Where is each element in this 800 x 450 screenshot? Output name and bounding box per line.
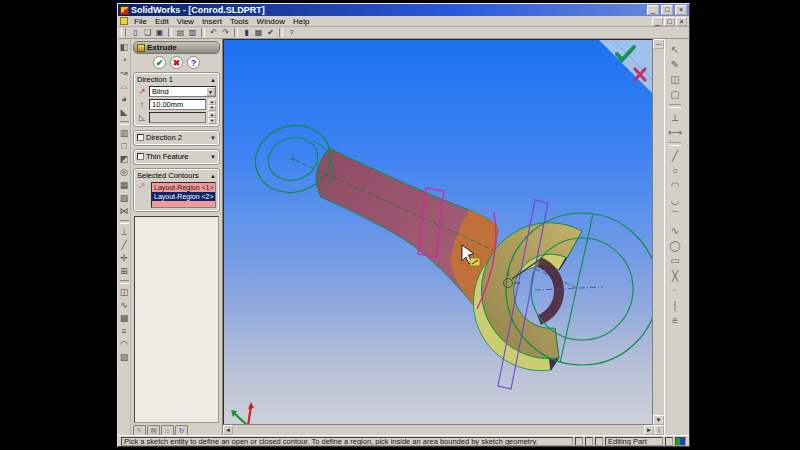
featuremanager-tab[interactable]: ✎ xyxy=(133,425,146,435)
draft-icon[interactable]: ◺ xyxy=(137,113,147,123)
refresh-tab[interactable]: ↻ xyxy=(175,425,188,435)
contour-list-item[interactable]: Layout-Region <2> xyxy=(152,192,215,201)
scroll-split-handle[interactable]: — xyxy=(653,39,664,49)
depth-input[interactable]: 10.00mm xyxy=(149,99,206,110)
boss-extrude-icon[interactable]: ◧ xyxy=(118,41,130,54)
vertical-scrollbar[interactable]: — ▼ xyxy=(653,39,664,425)
draft-icon[interactable]: ◩ xyxy=(118,153,130,166)
modify-sketch-icon[interactable]: ◫ xyxy=(667,72,683,87)
help-button[interactable]: ? xyxy=(187,56,200,69)
rectangle-icon[interactable]: ▭ xyxy=(667,253,683,268)
sketch-icon[interactable]: ✎ xyxy=(667,57,683,72)
plane-tool-icon[interactable]: ⟂ xyxy=(667,110,683,125)
direction1-header[interactable]: Direction 1 ▲ xyxy=(137,75,216,84)
hscroll-track[interactable] xyxy=(233,425,644,435)
select-arrow-icon[interactable]: ↖ xyxy=(667,42,683,57)
collapse-arrow-icon[interactable]: ▲ xyxy=(210,77,216,83)
undo-icon[interactable]: ↶ xyxy=(208,28,219,38)
cancel-button[interactable]: ✖ xyxy=(170,56,183,69)
dimension-icon[interactable]: ⟷ xyxy=(667,125,683,140)
new-icon[interactable]: ▯ xyxy=(130,28,141,38)
coordinate-system-icon[interactable]: ⊞ xyxy=(118,265,130,278)
trim-icon[interactable]: ╳ xyxy=(667,268,683,283)
mirror-feature-icon[interactable]: ⋈ xyxy=(118,205,130,218)
expand-arrow-icon[interactable]: ▼ xyxy=(210,154,216,160)
doc-close-button[interactable]: × xyxy=(676,17,687,26)
doc-minimize-button[interactable]: _ xyxy=(652,17,663,26)
reference-axis-icon[interactable]: ╱ xyxy=(118,239,130,252)
depth-stepper[interactable]: ▲▼ xyxy=(208,99,216,110)
contour-list-item[interactable]: Layout-Region <1> xyxy=(152,183,215,192)
collapse-arrow-icon[interactable]: ▲ xyxy=(210,173,216,179)
threepoint-arc-icon[interactable]: ⌒ xyxy=(667,208,683,223)
minimize-button[interactable]: _ xyxy=(647,5,659,15)
titlebar[interactable]: SolidWorks - [Conrod.SLDPRT] _ □ × xyxy=(118,4,689,16)
menu-edit[interactable]: Edit xyxy=(151,17,173,26)
selected-contours-header[interactable]: Selected Contours ▲ xyxy=(137,171,216,180)
erase-icon[interactable]: ▢ xyxy=(667,87,683,102)
chamfer-icon[interactable]: ◣ xyxy=(118,106,130,119)
hscroll-split-handle[interactable]: ∣ xyxy=(654,425,664,435)
rebuild-icon[interactable]: ✔ xyxy=(265,28,276,38)
redo-icon[interactable]: ↷ xyxy=(220,28,231,38)
thin-feature-checkbox[interactable] xyxy=(137,153,144,160)
spline-icon[interactable]: ∿ xyxy=(667,223,683,238)
measure-icon[interactable]: ≡ xyxy=(118,325,130,338)
direction2-header[interactable]: Direction 2 ▼ xyxy=(137,133,216,142)
print-preview-icon[interactable]: ▥ xyxy=(187,28,198,38)
loft-icon[interactable]: ⌓ xyxy=(118,80,130,93)
direction2-checkbox[interactable] xyxy=(137,134,144,141)
curve-icon[interactable]: ∿ xyxy=(118,299,130,312)
end-condition-dropdown[interactable]: Blind ▼ xyxy=(149,86,216,97)
menu-help[interactable]: Help xyxy=(289,17,313,26)
step-down-icon[interactable]: ▼ xyxy=(208,105,216,111)
scroll-left-icon[interactable]: ◄ xyxy=(223,425,233,435)
select-icon[interactable]: ▮ xyxy=(241,28,252,38)
horizontal-scrollbar[interactable]: ◄ ► ∣ xyxy=(223,425,664,435)
pattern-table-icon[interactable]: ▩ xyxy=(118,312,130,325)
reference-plane-icon[interactable]: ⟂ xyxy=(118,226,130,239)
sweep-icon[interactable]: ↝ xyxy=(118,67,130,80)
document-icon[interactable] xyxy=(120,17,128,25)
hole-wizard-icon[interactable]: ◎ xyxy=(118,166,130,179)
scroll-down-icon[interactable]: ▼ xyxy=(653,415,664,425)
dropdown-arrow-icon[interactable]: ▼ xyxy=(206,87,215,96)
menu-tools[interactable]: Tools xyxy=(226,17,253,26)
rib-icon[interactable]: ▥ xyxy=(118,127,130,140)
menu-window[interactable]: Window xyxy=(253,17,289,26)
grid-icon[interactable]: ▦ xyxy=(253,28,264,38)
mirror-sketch-icon[interactable]: ≡ xyxy=(667,313,683,328)
toolbar-grip[interactable] xyxy=(121,28,126,37)
menu-file[interactable]: File xyxy=(130,17,151,26)
doc-restore-button[interactable]: □ xyxy=(664,17,675,26)
scroll-right-icon[interactable]: ► xyxy=(644,425,654,435)
reverse-direction-icon[interactable]: ↗ xyxy=(137,87,147,97)
fillet-icon[interactable]: ◕ xyxy=(118,93,130,106)
menu-insert[interactable]: Insert xyxy=(198,17,226,26)
arc-icon[interactable]: ◠ xyxy=(667,178,683,193)
ok-button[interactable]: ✔ xyxy=(153,56,166,69)
bigend-inner-circle[interactable] xyxy=(531,238,633,340)
tangent-arc-icon[interactable]: ◡ xyxy=(667,193,683,208)
contour-list[interactable]: Layout-Region <1>Layout-Region <2> xyxy=(151,182,216,208)
revolve-icon[interactable]: ◔ xyxy=(118,54,130,67)
shape-icon[interactable]: ▨ xyxy=(118,351,130,364)
restore-button[interactable]: □ xyxy=(661,5,673,15)
line-icon[interactable]: ╱ xyxy=(667,148,683,163)
section-view-icon[interactable]: ◫ xyxy=(118,286,130,299)
save-icon[interactable]: ▣ xyxy=(154,28,165,38)
propertymanager-tab[interactable]: ▤ xyxy=(147,425,160,435)
vscroll-track[interactable] xyxy=(653,49,664,415)
reference-point-icon[interactable]: ✛ xyxy=(118,252,130,265)
graphics-viewport[interactable] xyxy=(223,39,653,425)
thin-feature-header[interactable]: Thin Feature ▼ xyxy=(137,152,216,161)
close-button[interactable]: × xyxy=(675,5,687,15)
open-icon[interactable]: ❏ xyxy=(142,28,153,38)
linear-pattern-icon[interactable]: ▦ xyxy=(118,179,130,192)
menu-view[interactable]: View xyxy=(173,17,198,26)
help-icon[interactable]: ? xyxy=(286,28,297,38)
ellipse-icon[interactable]: ◯ xyxy=(667,238,683,253)
circular-pattern-icon[interactable]: ▧ xyxy=(118,192,130,205)
point-sketch-icon[interactable]: · xyxy=(667,283,683,298)
circle-icon[interactable]: ○ xyxy=(667,163,683,178)
